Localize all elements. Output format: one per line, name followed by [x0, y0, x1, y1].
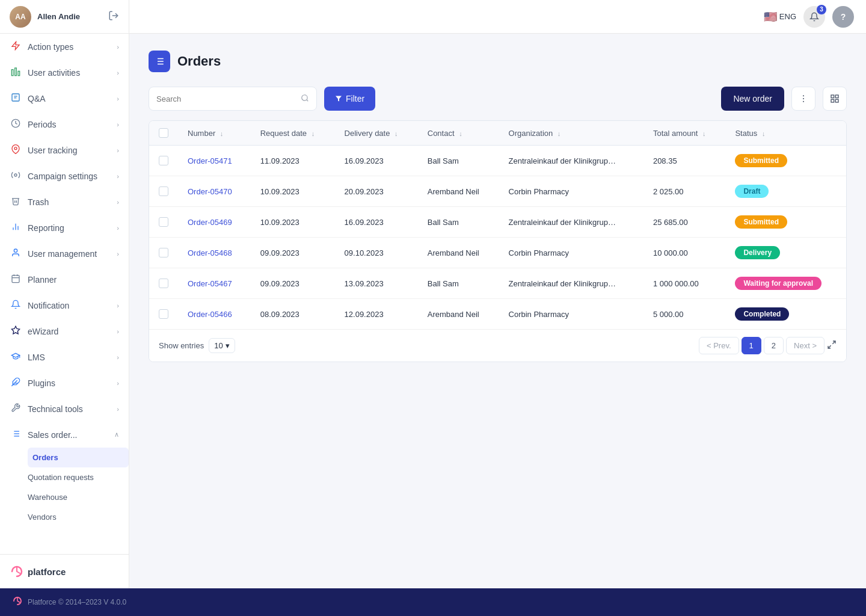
svg-point-37: [803, 98, 804, 99]
col-organization[interactable]: Organization ↓: [499, 121, 643, 146]
sidebar-item-trash[interactable]: Trash ›: [0, 189, 129, 215]
row-checkbox-4[interactable]: [159, 279, 168, 288]
new-order-button[interactable]: New order: [721, 87, 784, 111]
svg-rect-2: [15, 68, 17, 76]
cell-delivery-date: 20.09.2023: [335, 176, 418, 207]
sidebar-label-ewizard: eWizard: [28, 327, 111, 336]
notification-button[interactable]: 3: [803, 6, 825, 28]
cell-contact: Ball Sam: [418, 268, 499, 299]
svg-point-38: [803, 101, 804, 102]
entries-select[interactable]: 10 ▾: [209, 338, 235, 353]
cell-status: Submitted: [725, 207, 846, 238]
table-header: Number ↓ Request date ↓ Delivery date ↓ …: [149, 121, 846, 146]
sidebar-item-ewizard[interactable]: eWizard ›: [0, 318, 129, 344]
filter-button[interactable]: Filter: [324, 87, 375, 111]
chevron-icon-technical-tools: ›: [117, 405, 119, 413]
col-delivery-date[interactable]: Delivery date ↓: [335, 121, 418, 146]
sidebar-label-plugins: Plugins: [28, 378, 111, 388]
svg-rect-14: [12, 276, 19, 283]
sidebar-item-technical-tools[interactable]: Technical tools ›: [0, 396, 129, 422]
cell-status: Delivery: [725, 238, 846, 268]
cell-contact: Ball Sam: [418, 146, 499, 176]
sidebar-label-reporting: Reporting: [28, 223, 111, 233]
notification-badge: 3: [817, 5, 826, 14]
sidebar-item-lms[interactable]: LMS ›: [0, 344, 129, 370]
table-row[interactable]: Order-05471 11.09.2023 16.09.2023 Ball S…: [149, 146, 846, 176]
row-checkbox-0[interactable]: [159, 156, 168, 165]
sidebar-item-periods[interactable]: Periods ›: [0, 111, 129, 137]
sales-order-submenu: OrdersQuotation requestsWarehouseVendors: [0, 448, 129, 527]
cell-organization: Corbin Pharmacy: [499, 299, 643, 330]
cell-total-amount: 10 000.00: [643, 238, 726, 268]
sidebar-label-notification: Notification: [28, 301, 111, 310]
select-all-cell: [149, 121, 178, 146]
technical-tools-icon: [10, 403, 22, 414]
sidebar-label-user-management: User management: [28, 249, 111, 259]
page-1-button[interactable]: 1: [742, 337, 761, 354]
col-number[interactable]: Number ↓: [178, 121, 251, 146]
cell-total-amount: 2 025.00: [643, 176, 726, 207]
language-selector[interactable]: 🇺🇸 ENG: [764, 10, 796, 23]
chevron-icon-ewizard: ›: [117, 328, 119, 335]
sidebar-item-notification[interactable]: Notification ›: [0, 292, 129, 318]
page-2-button[interactable]: 2: [764, 337, 784, 354]
row-checkbox-5[interactable]: [159, 309, 168, 319]
svg-point-8: [14, 147, 17, 150]
table-row[interactable]: Order-05470 10.09.2023 20.09.2023 Aremba…: [149, 176, 846, 207]
cell-number: Order-05471: [178, 146, 251, 176]
sidebar-sub-orders[interactable]: Orders: [28, 448, 129, 467]
more-options-button[interactable]: [791, 87, 815, 111]
col-total-amount[interactable]: Total amount ↓: [643, 121, 726, 146]
user-activities-icon: [10, 67, 22, 78]
chevron-icon-plugins: ›: [117, 380, 119, 387]
row-checkbox-cell: [149, 146, 178, 176]
chevron-icon-qna: ›: [117, 95, 119, 102]
search-input[interactable]: [156, 94, 296, 103]
row-checkbox-3[interactable]: [159, 248, 168, 257]
col-status[interactable]: Status ↓: [725, 121, 846, 146]
sidebar-label-technical-tools: Technical tools: [28, 404, 111, 414]
next-page-button[interactable]: Next >: [786, 337, 825, 354]
help-label: ?: [841, 12, 846, 22]
help-button[interactable]: ?: [832, 6, 854, 28]
chevron-icon-reporting: ›: [117, 224, 119, 232]
row-checkbox-cell: [149, 268, 178, 299]
status-badge: Waiting for approval: [735, 277, 821, 290]
sidebar-item-campaign-settings[interactable]: Campaign settings ›: [0, 163, 129, 189]
row-checkbox-1[interactable]: [159, 186, 168, 196]
sidebar-item-user-activities[interactable]: User activities ›: [0, 60, 129, 85]
entries-value: 10: [214, 341, 223, 350]
logo-icon: [10, 564, 24, 579]
table-row[interactable]: Order-05466 08.09.2023 12.09.2023 Aremba…: [149, 299, 846, 330]
svg-marker-18: [11, 326, 19, 334]
logout-icon[interactable]: [108, 10, 119, 23]
sidebar-label-campaign-settings: Campaign settings: [28, 171, 111, 181]
sidebar-item-user-management[interactable]: User management ›: [0, 241, 129, 266]
prev-page-button[interactable]: < Prev.: [699, 337, 739, 354]
sidebar-item-qna[interactable]: Q&A ›: [0, 85, 129, 111]
select-all-checkbox[interactable]: [159, 128, 168, 138]
table-row[interactable]: Order-05469 10.09.2023 16.09.2023 Ball S…: [149, 207, 846, 238]
sidebar-item-plugins[interactable]: Plugins ›: [0, 370, 129, 396]
row-checkbox-2[interactable]: [159, 217, 168, 227]
sidebar-item-sales-order[interactable]: Sales order... ∧: [0, 422, 129, 448]
cell-request-date: 11.09.2023: [251, 146, 335, 176]
sidebar-item-planner[interactable]: Planner: [0, 266, 129, 292]
sidebar-sub-quotation-requests[interactable]: Quotation requests: [28, 467, 129, 487]
cell-number: Order-05468: [178, 238, 251, 268]
svg-line-44: [828, 345, 831, 348]
table-row[interactable]: Order-05468 09.09.2023 09.10.2023 Aremba…: [149, 238, 846, 268]
sidebar-item-reporting[interactable]: Reporting ›: [0, 215, 129, 241]
sidebar-sub-warehouse[interactable]: Warehouse: [28, 487, 129, 507]
expand-table-button[interactable]: [827, 340, 837, 352]
lang-label: ENG: [779, 12, 796, 21]
view-toggle-button[interactable]: [823, 87, 847, 111]
table-row[interactable]: Order-05467 09.09.2023 13.09.2023 Ball S…: [149, 268, 846, 299]
col-request-date[interactable]: Request date ↓: [251, 121, 335, 146]
svg-rect-41: [831, 99, 834, 102]
sidebar-item-user-tracking[interactable]: User tracking ›: [0, 137, 129, 163]
sales-order-icon: [10, 429, 22, 440]
sidebar-sub-vendors[interactable]: Vendors: [28, 507, 129, 527]
sidebar-item-action-types[interactable]: Action types ›: [0, 34, 129, 60]
col-contact[interactable]: Contact ↓: [418, 121, 499, 146]
